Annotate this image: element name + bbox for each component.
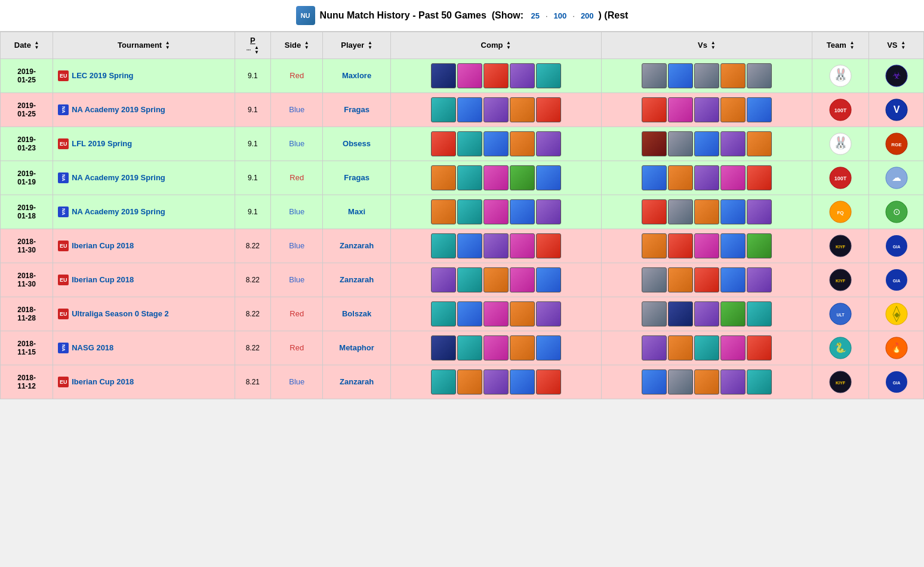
col-vs-team[interactable]: VS ▲▼ [869,32,924,59]
tournament-link[interactable]: NASG 2018 [72,343,113,352]
champ-icon-1 [457,97,482,122]
player-cell[interactable]: Maxlore [323,58,390,93]
show-25-link[interactable]: 25 [531,11,539,20]
svg-text:🐍: 🐍 [834,342,846,353]
champ-icon-2 [694,369,719,395]
svg-text:🐰: 🐰 [833,135,848,150]
tournament-link[interactable]: LEC 2019 Spring [72,71,133,80]
col-patch[interactable]: P ··· ▲▼ [235,32,271,59]
region-badge: EU [58,241,69,251]
col-tournament[interactable]: Tournament ▲▼ [53,32,235,59]
vs-team-logo: V [883,97,910,123]
player-link[interactable]: Bolszak [342,309,371,318]
tournament-link[interactable]: NA Academy 2019 Spring [72,207,165,216]
player-cell[interactable]: Bolszak [323,297,390,331]
champ-icon-2 [483,199,509,224]
tournament-cell: EU LEC 2019 Spring [53,58,235,93]
svg-text:◆: ◆ [894,310,900,319]
patch-cell: 8.22 [235,263,271,297]
col-player[interactable]: Player ▲▼ [323,32,390,59]
champ-icon-2 [694,97,719,122]
champ-icon-4 [747,335,772,360]
table-row: 2018-11-15 NA NASG 2018 8.22 Red Metapho… [1,331,924,365]
team-logo: FQ [827,199,854,225]
vs-team-logo: ☁ [883,165,910,191]
side-cell: Blue [271,229,323,263]
vs-team-logo: ☣ [883,63,910,89]
team-logo: KIYF [827,233,854,259]
champ-icon-4 [536,199,561,224]
svg-text:GIA: GIA [892,381,900,385]
tournament-link[interactable]: Iberian Cup 2018 [72,241,134,250]
table-row: 2019-01-25 EU LEC 2019 Spring 9.1 Red Ma… [1,58,924,93]
champ-icon-3 [510,267,535,292]
player-link[interactable]: Zanzarah [340,377,374,386]
date-cell: 2019-01-25 [1,93,53,127]
player-cell[interactable]: Obsess [323,127,390,161]
vs-icons [606,267,807,292]
champ-icon-3 [720,369,746,395]
player-link[interactable]: Maxlore [342,71,371,80]
player-cell[interactable]: Fragas [323,93,390,127]
comp-icons [396,131,596,156]
col-team[interactable]: Team ▲▼ [812,32,868,59]
team-logo-cell: 100T [812,161,868,195]
comp-cell [390,297,601,331]
comp-cell [390,365,601,399]
sort-arrows-player: ▲▼ [368,41,372,50]
vs-team-logo-cell: GIA [869,263,924,297]
region-badge: EU [58,275,69,285]
player-cell[interactable]: Zanzarah [323,263,390,297]
show-100-link[interactable]: 100 [554,11,567,20]
tournament-link[interactable]: NA Academy 2019 Spring [72,105,165,114]
player-cell[interactable]: Maxi [323,195,390,229]
champ-icon-1 [668,131,693,156]
table-row: 2019-01-19 NA NA Academy 2019 Spring 9.1… [1,161,924,195]
champ-icon-0 [431,131,456,156]
player-link[interactable]: Maxi [348,207,365,216]
champ-icon-3 [510,97,535,122]
header-title: Nunu Match History - Past 50 Games (Show… [320,10,526,21]
col-date[interactable]: Date ▲▼ [1,32,53,59]
table-row: 2018-11-30 EU Iberian Cup 2018 8.22 Blue… [1,263,924,297]
svg-text:🔥: 🔥 [891,342,903,353]
col-side[interactable]: Side ▲▼ [271,32,323,59]
player-link[interactable]: Zanzarah [340,275,374,284]
comp-cell [390,195,601,229]
vs-cell [601,331,812,365]
tournament-cell: NA NA Academy 2019 Spring [53,195,235,229]
tournament-link[interactable]: LFL 2019 Spring [72,139,132,148]
col-vs[interactable]: Vs ▲▼ [601,32,812,59]
vs-cell [601,263,812,297]
champ-icon-2 [694,335,719,360]
player-cell[interactable]: Zanzarah [323,229,390,263]
player-link[interactable]: Fragas [344,173,369,182]
player-link[interactable]: Metaphor [339,343,374,352]
tournament-link[interactable]: Ultraliga Season 0 Stage 2 [72,309,169,318]
team-logo-cell: KIYF [812,263,868,297]
svg-text:🐰: 🐰 [833,67,848,82]
player-cell[interactable]: Zanzarah [323,365,390,399]
tournament-link[interactable]: Iberian Cup 2018 [72,275,134,284]
patch-cell: 9.1 [235,127,271,161]
vs-icons [606,63,807,88]
player-cell[interactable]: Metaphor [323,331,390,365]
champ-icon-2 [694,267,719,292]
show-200-link[interactable]: 200 [581,11,594,20]
player-link[interactable]: Zanzarah [340,241,374,250]
team-logo: KIYF [827,267,854,293]
player-cell[interactable]: Fragas [323,161,390,195]
vs-icons [606,335,807,360]
player-link[interactable]: Fragas [344,105,369,114]
champ-icon-1 [668,369,693,395]
svg-text:KIYF: KIYF [836,381,846,385]
tournament-cell: EU Ultraliga Season 0 Stage 2 [53,297,235,331]
tournament-link[interactable]: Iberian Cup 2018 [72,377,134,386]
col-comp[interactable]: Comp ▲▼ [390,32,601,59]
champ-icon-3 [510,233,535,258]
vs-team-logo: ⊙ [883,199,910,225]
vs-team-logo-cell: ☣ [869,58,924,93]
tournament-link[interactable]: NA Academy 2019 Spring [72,173,165,182]
player-link[interactable]: Obsess [343,139,371,148]
side-cell: Red [271,331,323,365]
